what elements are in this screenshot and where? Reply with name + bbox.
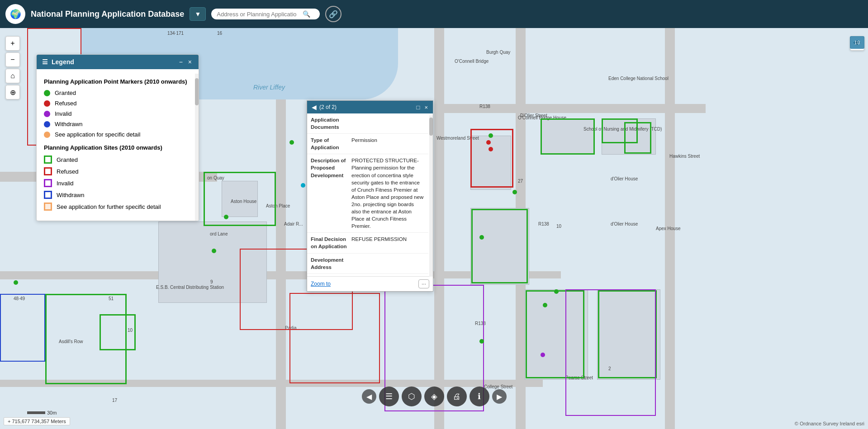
map-marker-dot[interactable] bbox=[14, 280, 18, 285]
withdrawn-point-icon bbox=[44, 121, 50, 127]
map-marker-dot[interactable] bbox=[512, 190, 517, 194]
coordinates-value: 715,677 734,357 Meters bbox=[12, 419, 66, 424]
withdrawn-site-icon bbox=[44, 191, 52, 199]
legend-scroll-thumb bbox=[195, 78, 199, 105]
popup-row-decision: Final Decision on Application REFUSE PER… bbox=[307, 233, 428, 253]
granted-site-icon bbox=[44, 156, 52, 164]
popup-navigation: ◀ (2 of 2) bbox=[311, 104, 337, 111]
popup-value-dev-address bbox=[351, 256, 425, 271]
map-marker-dot[interactable] bbox=[212, 249, 216, 253]
search-input[interactable] bbox=[217, 11, 303, 18]
popup-header: ◀ (2 of 2) □ × bbox=[307, 101, 433, 113]
legend-header: ☰ Legend − × bbox=[37, 55, 199, 69]
map-marker-dot[interactable] bbox=[289, 140, 294, 145]
location-button[interactable]: ⊕ bbox=[5, 85, 20, 99]
legend-section1-title: Planning Application Point Markers (2010… bbox=[44, 78, 191, 85]
toolbar-prev-button[interactable]: ◀ bbox=[362, 389, 376, 404]
toolbar-print-button[interactable]: 🖨 bbox=[447, 387, 467, 406]
popup-value-type: Permission bbox=[351, 137, 425, 151]
legend-item-refused-site: Refused bbox=[44, 167, 191, 175]
map-marker-dot[interactable] bbox=[479, 339, 484, 344]
map-marker-dot[interactable] bbox=[489, 147, 493, 151]
legend-item-withdrawn-point: Withdrawn bbox=[44, 121, 191, 127]
map-marker-dot[interactable] bbox=[486, 140, 491, 145]
legend-item-invalid-site: Invalid bbox=[44, 179, 191, 187]
popup-label-type: Type of Application bbox=[311, 137, 351, 151]
esri-credit-text: © Ordnance Survey Ireland esri bbox=[795, 421, 864, 426]
popup-label-dev-address: Development Address bbox=[311, 256, 351, 271]
popup-value-app-docs bbox=[351, 116, 425, 131]
invalid-point-icon bbox=[44, 111, 50, 117]
map-marker-dot[interactable] bbox=[554, 289, 559, 294]
legend-specific-site-label: See application for further specific det… bbox=[57, 203, 161, 210]
esri-credit: © Ordnance Survey Ireland esri bbox=[795, 421, 864, 426]
legend-refused-point-label: Refused bbox=[55, 100, 76, 107]
legend-granted-point-label: Granted bbox=[55, 90, 76, 96]
popup-counter: (2 of 2) bbox=[319, 104, 337, 110]
legend-item-granted-site: Granted bbox=[44, 156, 191, 164]
specific-point-icon bbox=[44, 132, 50, 138]
scale-bar: 30m bbox=[27, 410, 57, 415]
legend-item-invalid-point: Invalid bbox=[44, 110, 191, 117]
legend-close-button[interactable]: × bbox=[187, 58, 193, 66]
refused-point-icon bbox=[44, 100, 50, 107]
legend-invalid-point-label: Invalid bbox=[55, 110, 72, 117]
popup-zoom-link[interactable]: Zoom to bbox=[311, 281, 331, 287]
map-container[interactable]: River LiffeyWestmoreland StreetD'Olier S… bbox=[0, 0, 868, 429]
navbar: 🌍 National Planning Application Database… bbox=[0, 0, 868, 28]
dropdown-button[interactable]: ▼ bbox=[190, 7, 206, 21]
legend-withdrawn-site-label: Withdrawn bbox=[57, 192, 84, 198]
popup-footer: Zoom to ··· bbox=[307, 276, 433, 291]
home-button[interactable]: ⌂ bbox=[5, 69, 20, 83]
popup-row-type: Type of Application Permission bbox=[307, 134, 428, 154]
specific-site-icon bbox=[44, 203, 52, 211]
popup-value-decision: REFUSE PERMISSION bbox=[351, 236, 425, 250]
refused-site-icon bbox=[44, 167, 52, 175]
toolbar-info-button[interactable]: ℹ bbox=[470, 387, 489, 406]
granted-point-icon bbox=[44, 90, 50, 96]
popup-prev-button[interactable]: ◀ bbox=[311, 104, 318, 111]
legend-specific-point-label: See application for specific detail bbox=[55, 131, 140, 138]
map-marker-dot[interactable] bbox=[301, 183, 305, 188]
legend-item-withdrawn-site: Withdrawn bbox=[44, 191, 191, 199]
invalid-site-icon bbox=[44, 179, 52, 187]
popup-row-description: Description of Proposed Development PROT… bbox=[307, 154, 428, 233]
toolbar-next-button[interactable]: ▶ bbox=[492, 389, 507, 404]
map-marker-dot[interactable] bbox=[543, 303, 547, 307]
map-controls: + − ⌂ ⊕ bbox=[5, 36, 20, 99]
legend-item-granted-point: Granted bbox=[44, 90, 191, 96]
toolbar-filter-button[interactable]: ⬡ bbox=[402, 387, 422, 406]
toolbar-layers-button[interactable]: ◈ bbox=[424, 387, 444, 406]
popup-scrollbar[interactable] bbox=[429, 115, 433, 277]
popup-row-app-docs: Application Documents bbox=[307, 113, 428, 134]
legend-title: Legend bbox=[52, 58, 74, 66]
popup-row-dev-address: Development Address bbox=[307, 254, 428, 274]
zoom-out-button[interactable]: − bbox=[5, 52, 20, 67]
coordinates-bar: + 715,677 734,357 Meters bbox=[4, 417, 70, 425]
popup-label-app-docs: Application Documents bbox=[311, 116, 351, 131]
legend-body: Planning Application Point Markers (2010… bbox=[37, 69, 199, 221]
map-marker-dot[interactable] bbox=[479, 235, 484, 240]
popup-close-button[interactable]: × bbox=[423, 104, 429, 111]
legend-minimize-button[interactable]: − bbox=[178, 58, 184, 66]
zoom-in-button[interactable]: + bbox=[5, 36, 20, 51]
bottom-toolbar: ◀ ☰ ⬡ ◈ 🖨 ℹ ▶ bbox=[362, 387, 507, 406]
popup-value-description: PROTECTED STRUCTURE- Planning permission… bbox=[351, 157, 425, 230]
popup-maximize-button[interactable]: □ bbox=[415, 104, 422, 111]
legend-invalid-site-label: Invalid bbox=[57, 180, 74, 187]
plus-icon: + bbox=[8, 419, 10, 424]
map-marker-dot[interactable] bbox=[224, 215, 228, 219]
scale-label: 30m bbox=[47, 410, 57, 415]
legend-item-specific-point: See application for specific detail bbox=[44, 131, 191, 138]
legend-panel: ☰ Legend − × Planning Application Point … bbox=[36, 54, 199, 221]
toolbar-list-button[interactable]: ☰ bbox=[379, 387, 399, 406]
legend-menu-icon: ☰ bbox=[42, 58, 48, 66]
map-marker-dot[interactable] bbox=[541, 353, 545, 357]
search-button[interactable]: 🔍 bbox=[303, 10, 310, 18]
legend-scrollbar[interactable] bbox=[195, 74, 199, 221]
link-button[interactable]: 🔗 bbox=[325, 6, 342, 22]
popup-controls: □ × bbox=[415, 104, 429, 111]
popup-more-button[interactable]: ··· bbox=[418, 279, 429, 288]
popup-scroll-thumb bbox=[429, 118, 433, 136]
map-marker-dot[interactable] bbox=[489, 133, 493, 138]
